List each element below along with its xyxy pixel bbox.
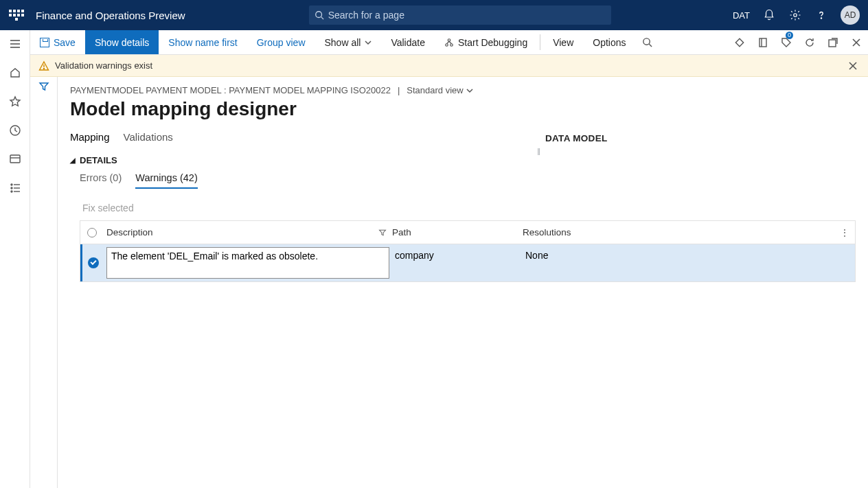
svg-rect-26: [829, 40, 836, 47]
company-code[interactable]: DAT: [733, 10, 750, 21]
modules-list-icon[interactable]: [7, 180, 23, 196]
favorites-star-icon[interactable]: [7, 93, 23, 110]
svg-point-21: [643, 38, 650, 45]
settings-gear-icon[interactable]: [788, 8, 802, 22]
sub-tab-warnings[interactable]: Warnings (42): [135, 172, 198, 189]
options-button[interactable]: Options: [583, 30, 635, 54]
home-icon[interactable]: [7, 65, 23, 81]
svg-point-10: [11, 184, 12, 185]
filter-column: [30, 77, 58, 488]
column-filter-icon[interactable]: [378, 229, 387, 237]
search-placeholder: Search for a page: [328, 10, 404, 21]
start-debugging-button[interactable]: Start Debugging: [435, 30, 537, 54]
fix-selected-button[interactable]: Fix selected: [82, 202, 856, 213]
data-model-section-label: DATA MODEL: [545, 133, 608, 143]
details-label: DETAILS: [80, 155, 117, 165]
show-all-button[interactable]: Show all: [315, 30, 382, 54]
page-title: Model mapping designer: [70, 98, 856, 120]
sub-tab-errors[interactable]: Errors (0): [80, 172, 122, 189]
attachment-diamond-icon[interactable]: [728, 30, 751, 54]
page-body: PAYMENTMODEL PAYMENT MODEL : PAYMENT MOD…: [58, 77, 868, 488]
svg-point-18: [450, 43, 453, 46]
show-all-label: Show all: [325, 37, 361, 48]
validate-button[interactable]: Validate: [381, 30, 435, 54]
splitter-handle[interactable]: [536, 146, 541, 156]
refresh-icon[interactable]: [798, 30, 821, 54]
grid-header: Description Path Resolutions ⋮: [80, 221, 855, 244]
tag-badge-icon[interactable]: 0: [775, 30, 798, 54]
svg-point-16: [448, 38, 450, 41]
svg-point-0: [315, 12, 321, 18]
close-page-icon[interactable]: [845, 30, 868, 54]
view-label: Standard view: [407, 85, 463, 95]
tab-mapping[interactable]: Mapping: [70, 131, 110, 146]
badge-count: 0: [786, 32, 793, 39]
caret-down-icon: ◢: [70, 156, 76, 164]
app-header: Finance and Operations Preview Search fo…: [0, 0, 868, 30]
col-resolutions[interactable]: Resolutions: [523, 227, 571, 237]
debug-label: Start Debugging: [458, 37, 527, 48]
debug-icon: [444, 38, 454, 47]
breadcrumb: PAYMENTMODEL PAYMENT MODEL : PAYMENT MOD…: [70, 85, 391, 95]
table-row[interactable]: The element 'DEL_Email' is marked as obs…: [80, 244, 855, 281]
svg-point-2: [794, 14, 797, 17]
hamburger-icon[interactable]: [7, 36, 23, 52]
svg-line-1: [321, 17, 323, 20]
office-doc-icon[interactable]: [751, 30, 775, 54]
save-icon: [40, 38, 49, 47]
save-button[interactable]: Save: [30, 30, 85, 54]
popup-icon[interactable]: [821, 30, 845, 54]
user-avatar[interactable]: AD: [841, 5, 860, 25]
select-all-column[interactable]: [80, 228, 104, 237]
details-sub-tabs: Errors (0) Warnings (42): [80, 172, 856, 189]
view-selector[interactable]: Standard view: [407, 85, 472, 95]
details-section-header[interactable]: ◢ DETAILS: [70, 155, 856, 165]
svg-line-19: [446, 41, 449, 44]
validation-warning-bar: Validation warnings exist: [30, 55, 868, 77]
app-title: Finance and Operations Preview: [36, 10, 185, 21]
svg-rect-24: [760, 38, 766, 47]
grid-more-icon[interactable]: ⋮: [840, 227, 849, 238]
chevron-down-icon: [466, 87, 473, 94]
show-name-first-button[interactable]: Show name first: [159, 30, 247, 54]
row-checkbox[interactable]: [82, 244, 104, 281]
search-icon: [315, 10, 324, 20]
left-nav-rail: [0, 30, 30, 488]
warnings-grid: Description Path Resolutions ⋮: [80, 220, 856, 282]
description-cell[interactable]: The element 'DEL_Email' is marked as obs…: [106, 247, 389, 279]
warning-text: Validation warnings exist: [55, 60, 152, 71]
group-view-button[interactable]: Group view: [247, 30, 315, 54]
svg-point-30: [43, 68, 44, 69]
help-icon[interactable]: [814, 8, 828, 22]
recent-clock-icon[interactable]: [7, 122, 23, 139]
col-description[interactable]: Description: [106, 227, 153, 237]
view-button[interactable]: View: [543, 30, 583, 54]
filter-funnel-icon[interactable]: [38, 81, 49, 488]
svg-point-14: [11, 191, 12, 192]
check-icon: [88, 257, 99, 268]
toolbar-search-icon[interactable]: [636, 30, 659, 54]
resolutions-cell: None: [523, 244, 855, 281]
tab-validations[interactable]: Validations: [124, 131, 173, 146]
svg-point-17: [446, 43, 448, 46]
app-launcher-icon[interactable]: [8, 7, 25, 23]
svg-point-3: [821, 18, 821, 19]
path-cell: company: [392, 244, 523, 281]
svg-line-20: [449, 41, 452, 44]
notifications-icon[interactable]: [762, 8, 776, 22]
warning-triangle-icon: [38, 60, 49, 71]
breadcrumb-divider: |: [398, 85, 400, 95]
chevron-down-icon: [365, 39, 372, 46]
warning-close-icon[interactable]: [846, 59, 860, 73]
svg-point-12: [11, 187, 12, 189]
global-search[interactable]: Search for a page: [309, 5, 611, 25]
toolbar-divider: [540, 34, 540, 50]
save-label: Save: [54, 37, 76, 48]
action-toolbar: Save Show details Show name first Group …: [30, 30, 868, 55]
svg-rect-8: [10, 155, 20, 163]
svg-line-22: [649, 44, 652, 47]
workspaces-icon[interactable]: [7, 151, 23, 167]
col-path[interactable]: Path: [392, 227, 411, 237]
show-details-button[interactable]: Show details: [85, 30, 159, 54]
svg-rect-23: [735, 38, 743, 46]
